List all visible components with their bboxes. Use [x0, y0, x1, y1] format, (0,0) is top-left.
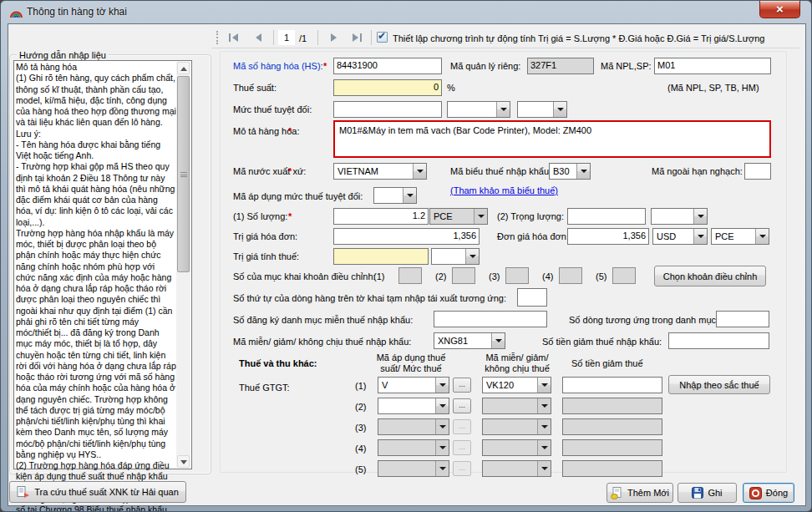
dropdown-arrow-icon	[474, 209, 487, 224]
tax-reduction-input-2	[562, 398, 662, 414]
percent-label: %	[447, 83, 455, 93]
exempt-code-header: Mã miễn/ giảm/ không chịu thuế	[479, 352, 556, 374]
hs-code-label: Mã số hàng hóa (HS):	[233, 61, 323, 71]
quantity-unit-combo[interactable]: PCE	[429, 208, 488, 225]
absolute-tax-input[interactable]	[333, 101, 442, 118]
tax-apply-combo-3	[378, 418, 449, 435]
prev-record-icon	[256, 33, 261, 42]
enter-by-tax-button[interactable]: Nhập theo sắc thuế	[668, 375, 770, 394]
description-textarea[interactable]: M01#&Máy in tem mã vach (Bar Code Printe…	[333, 120, 771, 158]
scroll-down-button[interactable]	[177, 455, 190, 468]
absolute-tax-currency-combo[interactable]	[517, 101, 567, 118]
invoice-value-input[interactable]: 1,356	[333, 228, 480, 245]
next-record-button[interactable]	[323, 30, 343, 45]
reexport-line-input[interactable]	[517, 288, 547, 307]
quota-input[interactable]	[744, 163, 771, 180]
guide-textarea[interactable]: Mô tả hàng hóa (1) Ghi rõ tên hàng, quy …	[13, 60, 192, 469]
dropdown-arrow-icon	[491, 333, 505, 348]
tariff-code-label: Mã biểu thuế nhập khẩu:	[450, 166, 551, 176]
exempt-list-input[interactable]	[434, 311, 547, 327]
auto-calc-checkbox[interactable]: ✔	[377, 32, 388, 43]
dropdown-arrow-icon	[435, 419, 449, 434]
lookup-tariff-button[interactable]: Tra cứu thuế suất XNK từ Hải quan	[9, 481, 186, 503]
exempt-line-input[interactable]	[716, 311, 769, 327]
private-code-label: Mã quản lý riêng:	[450, 61, 520, 71]
currency-combo[interactable]: USD	[652, 228, 708, 245]
add-new-button[interactable]: Thêm Mới	[606, 483, 673, 503]
import-reduction-label: Số tiền giảm thuế nhập khẩu:	[542, 337, 662, 347]
required-mark: *	[288, 211, 292, 221]
tax-reduction-input-5	[562, 460, 662, 477]
save-button[interactable]: Ghi	[678, 483, 737, 503]
tax-reduction-input-4	[562, 439, 662, 456]
tax-exempt-combo-3	[482, 418, 551, 435]
tax-apply-combo-2[interactable]	[378, 398, 449, 414]
dropdown-arrow-icon	[435, 461, 449, 476]
choose-adjustment-button[interactable]: Chọn khoản điều chỉnh	[654, 266, 766, 286]
window-title: Thông tin hàng tờ khai	[27, 6, 127, 18]
absolute-tax-apply-combo[interactable]	[373, 187, 417, 204]
taxable-value-unit-combo[interactable]	[431, 248, 480, 265]
tax-apply-combo-1[interactable]: V	[378, 377, 449, 393]
quantity-input[interactable]: 1.2	[333, 208, 429, 225]
exempt-list-label: Số đăng ký danh mục miễn thuế nhập khẩu:	[233, 315, 413, 325]
tax-reduction-input-3	[562, 418, 662, 435]
dropdown-arrow-icon	[435, 440, 449, 455]
weight-input[interactable]	[567, 208, 646, 225]
current-record-box[interactable]: 1	[278, 30, 295, 45]
dropdown-arrow-icon	[755, 229, 769, 244]
scroll-up-button[interactable]	[177, 62, 190, 74]
declaration-goods-window: Thông tin hàng tờ khai × 1 /1 ✔ Thiết lậ…	[0, 0, 812, 512]
adjustment-index: (4)	[542, 271, 553, 281]
tax-rate-input[interactable]: 0	[333, 79, 442, 96]
quantity-label: (1) Số lượng:	[233, 211, 287, 221]
import-reduction-input[interactable]	[668, 332, 769, 349]
other-taxes-title: Thuế và thu khác:	[239, 358, 317, 368]
close-button[interactable]: ×	[759, 1, 800, 18]
tax-reduction-input-1[interactable]	[562, 377, 662, 393]
tax-row-index: (4)	[355, 444, 366, 454]
tax-more-button-2[interactable]: ...	[453, 398, 471, 413]
tariff-ref-link[interactable]: (Tham khảo mã biểu thuế)	[450, 185, 558, 195]
next-record-icon	[331, 33, 337, 42]
adjustment-box-3	[505, 267, 529, 284]
unit-price-input[interactable]: 1,356	[567, 228, 649, 245]
tax-row-index: (5)	[355, 464, 366, 474]
tax-exempt-combo-1[interactable]: VK120	[482, 377, 551, 393]
dropdown-arrow-icon	[435, 398, 449, 413]
guide-scrollbar[interactable]	[176, 62, 190, 468]
npl-code-input[interactable]: M01	[654, 58, 771, 74]
import-exempt-code-combo[interactable]: XNG81	[434, 332, 505, 349]
first-record-button[interactable]	[223, 30, 243, 45]
tax-row-index: (2)	[355, 402, 366, 412]
adjustment-index: (5)	[596, 271, 606, 281]
last-record-icon	[353, 33, 358, 42]
dropdown-arrow-icon	[553, 102, 566, 117]
toolbar-divider	[211, 48, 799, 48]
origin-combo[interactable]: VIETNAM	[333, 163, 427, 180]
prev-record-button[interactable]	[248, 30, 268, 45]
taxable-value-input[interactable]	[333, 248, 429, 265]
exempt-line-label: Số dòng tương ứng trong danh mục:	[569, 315, 718, 325]
tariff-code-combo[interactable]: B30	[549, 163, 591, 180]
tax-more-button-3: ...	[453, 419, 471, 434]
unit-price-unit-combo[interactable]: PCE	[711, 228, 769, 245]
adjustment-index: (2)	[435, 271, 446, 281]
scroll-thumb[interactable]	[177, 76, 190, 272]
tax-row-index: (3)	[355, 423, 366, 433]
private-code-input: 327F1	[527, 58, 594, 74]
adjustment-index: (1)	[373, 271, 384, 281]
adjustment-index: (3)	[489, 271, 500, 281]
toolbar-grip[interactable]	[216, 31, 219, 44]
close-form-button[interactable]: Đóng	[743, 483, 794, 503]
hs-code-input[interactable]: 84431900	[333, 58, 442, 74]
last-record-button[interactable]	[347, 30, 367, 45]
dropdown-arrow-icon	[537, 440, 551, 455]
reduction-header: Số tiền giảm thuế	[571, 358, 643, 368]
dropdown-arrow-icon	[693, 209, 707, 224]
tax-more-button-1[interactable]: ...	[453, 378, 471, 393]
absolute-tax-unit-combo[interactable]	[447, 101, 510, 118]
dropdown-arrow-icon	[537, 419, 551, 434]
adjustment-box-4	[559, 267, 582, 284]
weight-unit-combo[interactable]	[651, 208, 708, 225]
